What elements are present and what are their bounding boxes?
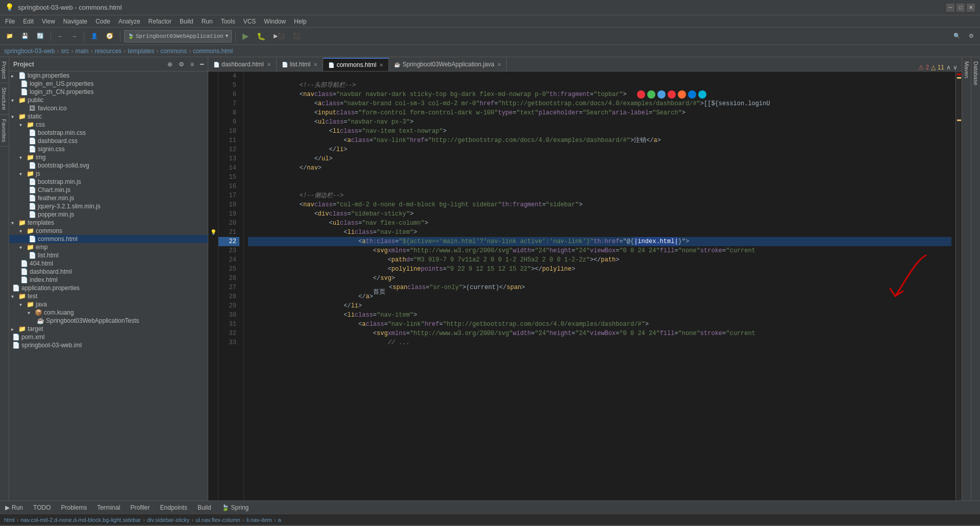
- run-button[interactable]: ▶: [239, 30, 252, 42]
- project-panel-expand-btn[interactable]: ≡: [190, 61, 194, 68]
- tree-item-bootstrap-svg[interactable]: 📄 bootstrap-solid.svg: [9, 161, 208, 170]
- bottom-tab-spring[interactable]: 🍃 Spring: [216, 501, 254, 514]
- tab-dashboard[interactable]: 📄 dashboard.html ✕: [208, 58, 277, 71]
- tab-commons[interactable]: 📄 commons.html ✕: [323, 58, 389, 71]
- menu-tools[interactable]: Tools: [218, 17, 238, 26]
- settings-btn[interactable]: ⚙: [966, 30, 977, 42]
- breadcrumb-bottom-ul[interactable]: ul.nav.flex-column: [195, 517, 240, 523]
- menu-edit[interactable]: Edit: [20, 17, 37, 26]
- tab-dashboard-close[interactable]: ✕: [267, 62, 271, 67]
- tree-item-bootstrap-css[interactable]: 📄 bootstrap.min.css: [9, 129, 208, 137]
- tree-folder-java[interactable]: ▾ 📁 java: [9, 300, 208, 308]
- stop-button[interactable]: ⬛: [290, 30, 303, 42]
- toolbar-user-btn[interactable]: 👤: [88, 30, 101, 42]
- maven-panel-tab[interactable]: Maven: [962, 57, 971, 500]
- tree-item-chart-js[interactable]: 📄 Chart.min.js: [9, 186, 208, 194]
- minimize-button[interactable]: ─: [946, 4, 954, 12]
- bottom-tab-endpoints[interactable]: Endpoints: [155, 501, 192, 514]
- breadcrumb-project[interactable]: springboot-03-web: [4, 47, 55, 55]
- toolbar-sync-btn[interactable]: 🔄: [34, 30, 47, 42]
- bottom-tab-todo[interactable]: TODO: [28, 501, 56, 514]
- menu-run[interactable]: Run: [199, 17, 216, 26]
- toolbar-save-btn[interactable]: 💾: [18, 30, 32, 42]
- breadcrumb-bottom-a[interactable]: a: [278, 517, 281, 523]
- breadcrumb-bottom-html[interactable]: html: [4, 517, 15, 523]
- breadcrumb-resources[interactable]: resources: [94, 47, 121, 55]
- tree-item-app-props[interactable]: 📄 application.properties: [9, 284, 208, 292]
- tree-item-test-class[interactable]: ☕ Springboot03WebApplicationTests: [9, 317, 208, 325]
- maximize-button[interactable]: □: [957, 4, 965, 12]
- menu-analyze[interactable]: Analyze: [115, 17, 143, 26]
- tree-item-feather-js[interactable]: 📄 feather.min.js: [9, 194, 208, 202]
- toolbar-back-btn[interactable]: ←: [55, 30, 66, 42]
- menu-vcs[interactable]: VCS: [240, 17, 259, 26]
- tree-folder-css[interactable]: ▾ 📁 css: [9, 121, 208, 129]
- tree-item-favicon[interactable]: 🖼 favicon.ico: [9, 104, 208, 112]
- project-panel-collapse-btn[interactable]: ━: [200, 61, 204, 68]
- breadcrumb-commons[interactable]: commons: [160, 47, 187, 55]
- toolbar-forward-btn[interactable]: →: [68, 30, 80, 42]
- breadcrumb-bottom-nav[interactable]: nav.col-md-2.d-none.d-md-block.bg-light.…: [20, 517, 141, 523]
- tree-folder-js[interactable]: ▾ 📁 js: [9, 170, 208, 178]
- breadcrumb-main[interactable]: main: [75, 47, 88, 55]
- bottom-tab-run[interactable]: ▶ Run: [0, 501, 28, 514]
- project-panel-settings-btn[interactable]: ⚙: [179, 61, 184, 68]
- menu-navigate[interactable]: Navigate: [60, 17, 90, 26]
- tree-item-list-html[interactable]: 📄 list.html: [9, 251, 208, 259]
- tab-commons-close[interactable]: ✕: [379, 62, 383, 68]
- tree-folder-package[interactable]: ▾ 📦 com.kuang: [9, 308, 208, 317]
- tree-folder-static[interactable]: ▾ 📁 static: [9, 112, 208, 121]
- tab-list[interactable]: 📄 list.html ✕: [277, 58, 324, 71]
- code-content[interactable]: <!--头部导航栏--> <nav class="navbar navbar-d…: [244, 71, 955, 500]
- tree-item[interactable]: 📄 login_en_US.properties: [9, 80, 208, 88]
- tree-folder-commons[interactable]: ▾ 📁 commons: [9, 227, 208, 235]
- tree-folder-public[interactable]: ▾ 📁 public: [9, 96, 208, 104]
- bottom-tab-terminal[interactable]: Terminal: [92, 501, 125, 514]
- database-panel-tab[interactable]: Database: [971, 57, 980, 500]
- menu-help[interactable]: Help: [291, 17, 310, 26]
- project-panel-scope-btn[interactable]: ⊕: [167, 61, 173, 68]
- structure-tab[interactable]: Structure: [0, 83, 9, 115]
- tab-list-close[interactable]: ✕: [313, 62, 317, 67]
- menu-file[interactable]: File: [2, 17, 18, 26]
- close-button[interactable]: ✕: [967, 4, 975, 12]
- tree-folder-img[interactable]: ▾ 📁 img: [9, 153, 208, 161]
- scroll-down-btn[interactable]: ∨: [953, 64, 958, 71]
- bottom-tab-profiler[interactable]: Profiler: [126, 501, 155, 514]
- tree-item-dashboard-html[interactable]: 📄 dashboard.html: [9, 268, 208, 276]
- scroll-up-btn[interactable]: ∧: [946, 64, 951, 71]
- tree-folder-templates[interactable]: ▾ 📁 templates: [9, 219, 208, 227]
- menu-view[interactable]: View: [39, 17, 58, 26]
- build-with-coverage-btn[interactable]: ▶⬛: [271, 30, 288, 42]
- menu-code[interactable]: Code: [92, 17, 113, 26]
- tree-item[interactable]: ▸ 📄 login.properties: [9, 71, 208, 80]
- toolbar-open-btn[interactable]: 📁: [3, 30, 16, 42]
- tree-item-index-html[interactable]: 📄 index.html: [9, 276, 208, 284]
- tree-item-404[interactable]: 📄 404.html: [9, 259, 208, 268]
- debug-button[interactable]: 🐛: [254, 30, 268, 42]
- bottom-tab-problems[interactable]: Problems: [56, 501, 92, 514]
- tree-item-commons-html[interactable]: 📄 commons.html: [9, 235, 208, 243]
- code-editor[interactable]: 💡 4 5 6 7 8 9: [208, 71, 962, 500]
- toolbar-nav-btn[interactable]: 🧭: [103, 30, 116, 42]
- tree-item-bootstrap-js[interactable]: 📄 bootstrap.min.js: [9, 178, 208, 186]
- tree-item-pom[interactable]: 📄 pom.xml: [9, 333, 208, 341]
- tree-item-popper-js[interactable]: 📄 popper.min.js: [9, 210, 208, 219]
- tree-item-dashboard-css[interactable]: 📄 dashboard.css: [9, 137, 208, 145]
- menu-build[interactable]: Build: [177, 17, 197, 26]
- breadcrumb-bottom-div[interactable]: div.sidebar-sticky: [147, 517, 190, 523]
- breadcrumb-src[interactable]: src: [61, 47, 69, 55]
- tree-item-iml[interactable]: 📄 springboot-03-web.iml: [9, 341, 208, 349]
- search-everywhere-btn[interactable]: 🔍: [950, 30, 964, 42]
- tree-item-jquery-js[interactable]: 📄 jquery-3.2.1.slim.min.js: [9, 202, 208, 210]
- tree-item-signin-css[interactable]: 📄 signin.css: [9, 145, 208, 153]
- tree-folder-target[interactable]: ▸ 📁 target: [9, 325, 208, 333]
- project-selector[interactable]: 🍃 Springboot03WebApplication ▼: [124, 30, 232, 42]
- favorites-tab[interactable]: Favorites: [0, 115, 9, 147]
- menu-window[interactable]: Window: [261, 17, 289, 26]
- tree-folder-test[interactable]: ▾ 📁 test: [9, 292, 208, 300]
- tree-item[interactable]: 📄 login_zh_CN.properties: [9, 88, 208, 96]
- project-panel-tab[interactable]: Project: [0, 57, 9, 83]
- tab-springboot-app[interactable]: ☕ Springboot03WebApplication.java ✕: [389, 58, 507, 71]
- menu-refactor[interactable]: Refactor: [145, 17, 175, 26]
